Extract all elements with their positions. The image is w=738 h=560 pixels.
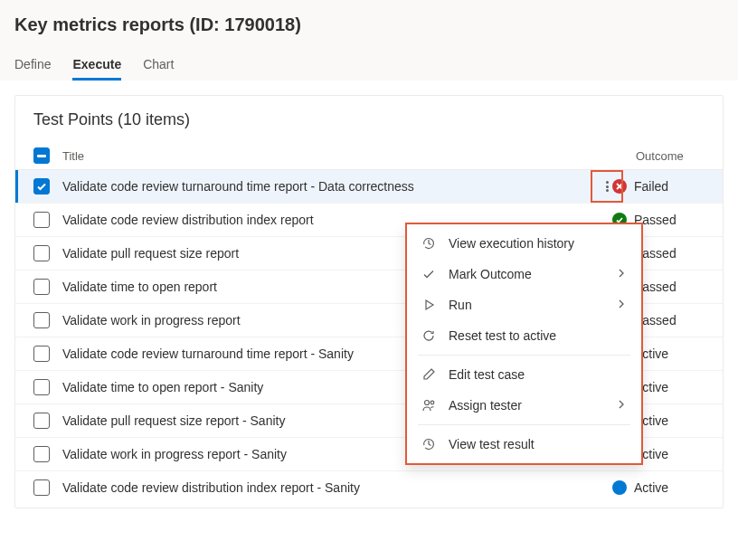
pencil-icon: [421, 367, 436, 382]
menu-edit-test-case[interactable]: Edit test case: [407, 359, 641, 390]
row-title: Validate work in progress report - Sanit…: [62, 447, 287, 461]
row-checkbox[interactable]: [33, 446, 50, 462]
history-icon: [421, 236, 436, 251]
row-title: Validate code review distribution index …: [62, 213, 314, 227]
row-title: Validate time to open report - Sanity: [62, 380, 263, 394]
page-header: Key metrics reports (ID: 1790018) Define…: [0, 0, 738, 81]
row-title: Validate pull request size report - Sani…: [62, 413, 285, 428]
chevron-right-icon: [616, 298, 627, 312]
person-icon: [421, 398, 436, 413]
row-checkbox[interactable]: [33, 178, 50, 195]
history-icon: [421, 437, 436, 451]
menu-view-execution-history[interactable]: View execution history: [407, 228, 641, 259]
menu-label: Reset test to active: [449, 328, 556, 343]
row-checkbox[interactable]: [33, 346, 50, 362]
menu-divider: [418, 424, 630, 425]
row-checkbox[interactable]: [33, 479, 50, 496]
menu-label: View execution history: [449, 236, 574, 251]
chevron-right-icon: [616, 398, 627, 413]
row-title: Validate time to open report: [62, 280, 217, 294]
menu-view-test-result[interactable]: View test result: [407, 429, 641, 460]
column-header-outcome[interactable]: Outcome: [636, 149, 705, 163]
row-title: Validate code review turnaround time rep…: [62, 179, 414, 194]
column-header-title[interactable]: Title: [62, 149, 84, 163]
row-title: Validate code review turnaround time rep…: [62, 346, 354, 361]
tab-chart[interactable]: Chart: [143, 50, 174, 81]
tab-define[interactable]: Define: [14, 50, 51, 81]
chevron-right-icon: [616, 267, 627, 281]
menu-divider: [418, 355, 630, 356]
outcome-label: Failed: [634, 179, 668, 194]
menu-reset-to-active[interactable]: Reset test to active: [407, 320, 641, 351]
menu-label: Run: [449, 298, 472, 312]
row-checkbox[interactable]: [33, 413, 50, 429]
row-checkbox[interactable]: [33, 312, 50, 328]
menu-label: Edit test case: [449, 367, 525, 382]
row-checkbox[interactable]: [33, 245, 50, 261]
outcome-label: Active: [634, 480, 668, 495]
table-row[interactable]: Validate code review distribution index …: [15, 471, 723, 504]
tab-bar: Define Execute Chart: [14, 50, 724, 81]
row-actions-button[interactable]: [591, 170, 623, 203]
row-title: Validate pull request size report: [62, 246, 239, 261]
select-all-checkbox[interactable]: [33, 147, 50, 164]
play-icon: [421, 298, 436, 312]
svg-point-0: [425, 401, 430, 405]
menu-label: Assign tester: [449, 398, 522, 413]
active-icon: [612, 480, 627, 495]
row-checkbox[interactable]: [33, 379, 50, 395]
table-header-row: Title Outcome: [15, 142, 723, 170]
reset-icon: [421, 328, 436, 343]
card-title: Test Points (10 items): [15, 96, 723, 142]
row-outcome-cell: Active: [612, 480, 705, 495]
check-icon: [421, 267, 436, 281]
menu-label: View test result: [449, 437, 535, 451]
table-row[interactable]: Validate code review turnaround time rep…: [15, 170, 723, 204]
row-title: Validate code review distribution index …: [62, 480, 360, 495]
row-title: Validate work in progress report: [62, 313, 241, 327]
svg-point-1: [430, 401, 434, 404]
row-checkbox[interactable]: [33, 212, 50, 228]
page-title: Key metrics reports (ID: 1790018): [14, 7, 724, 50]
context-menu: View execution history Mark Outcome Run …: [405, 223, 643, 465]
tab-execute[interactable]: Execute: [72, 50, 121, 81]
menu-assign-tester[interactable]: Assign tester: [407, 390, 641, 421]
row-checkbox[interactable]: [33, 279, 50, 295]
row-outcome-cell: Failed: [612, 179, 705, 194]
menu-run[interactable]: Run: [407, 289, 641, 320]
menu-mark-outcome[interactable]: Mark Outcome: [407, 259, 641, 289]
menu-label: Mark Outcome: [449, 267, 532, 281]
